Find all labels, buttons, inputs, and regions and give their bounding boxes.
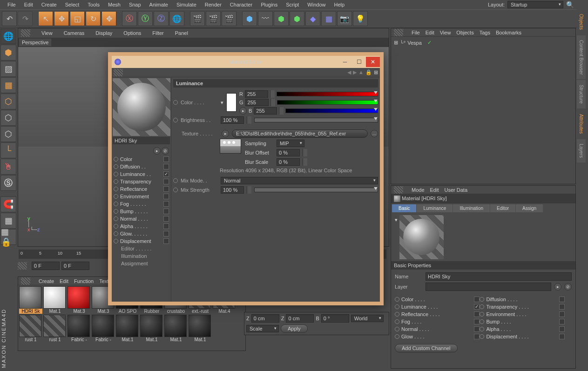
menu-help[interactable]: Help (330, 1, 348, 8)
mat-menu-function[interactable]: Function (74, 278, 94, 284)
b-input[interactable] (254, 107, 277, 115)
add-custom-channel-button[interactable]: Add Custom Channel (395, 344, 458, 352)
mat-menu-text[interactable]: Text (99, 278, 108, 284)
material-thumb[interactable]: Mat.1 (140, 315, 163, 342)
mat-menu-edit[interactable]: Edit (60, 278, 68, 284)
me-channel-transparency[interactable]: Transparency (113, 178, 170, 185)
dock-tab-structure[interactable]: Structure (577, 80, 586, 108)
undo-button[interactable]: ↶ (2, 11, 17, 26)
g-slider[interactable] (277, 100, 378, 105)
render-picture-button[interactable]: 🎬 (206, 11, 221, 26)
me-channel-environment[interactable]: Environment (113, 193, 170, 200)
channel-glow[interactable]: Glow . . . . (395, 333, 480, 340)
r-slider[interactable] (277, 92, 378, 96)
minimize-button[interactable]: ─ (338, 57, 352, 67)
attr-menu-user-data[interactable]: User Data (445, 187, 468, 193)
attr-menu-edit[interactable]: Edit (430, 187, 439, 193)
me-channel-bump[interactable]: Bump . . . . . (113, 208, 170, 215)
channel-transparency[interactable]: Transparency . . . . (480, 303, 564, 310)
b-slider[interactable] (285, 108, 378, 113)
me-channel-fog[interactable]: Fog . . . . . . (113, 200, 170, 208)
menu-character[interactable]: Character (226, 1, 256, 8)
live-select-button[interactable]: ↖ (38, 11, 53, 26)
menu-edit[interactable]: Edit (20, 1, 37, 8)
channel-environment[interactable]: Environment . . . . (480, 310, 564, 318)
collapse-icon[interactable]: ▾ (395, 217, 398, 223)
search-icon[interactable]: 🔍 (566, 1, 574, 8)
lock-icon[interactable]: 🔒 (365, 69, 372, 75)
move-button[interactable]: ✥ (54, 11, 69, 26)
channel-luminance[interactable]: Luminance . . . . (395, 303, 480, 310)
tab-basic[interactable]: Basic (392, 204, 416, 212)
tab-luminance[interactable]: Luminance (417, 204, 453, 212)
g-input[interactable] (245, 99, 269, 106)
channel-fog[interactable]: Fog . . . . (395, 318, 480, 325)
brightness-input[interactable] (221, 116, 244, 124)
x-axis-button[interactable]: Ⓧ (122, 11, 137, 26)
spline-button[interactable]: 〰 (258, 11, 273, 26)
obj-menu-bookmarks[interactable]: Bookmarks (496, 30, 521, 35)
rotate-button[interactable]: ↻ (86, 11, 101, 26)
mixmode-dropdown[interactable]: Normal (221, 177, 378, 184)
channel-bump[interactable]: Bump . . . . (480, 318, 564, 325)
mixstrength-input[interactable] (221, 186, 244, 194)
vp-menu-view[interactable]: View (39, 29, 55, 37)
dock-tab-layers[interactable]: Layers (577, 139, 586, 162)
environment-button[interactable]: ▦ (321, 11, 336, 26)
attr-menu-mode[interactable]: Mode (412, 187, 425, 193)
edges-mode-button[interactable]: ⬡ (0, 110, 16, 126)
obj-menu-edit[interactable]: Edit (426, 30, 434, 35)
menu-animate[interactable]: Animate (146, 1, 172, 8)
me-channel-color[interactable]: Color (113, 155, 170, 163)
recent-tool-button[interactable]: ✥ (101, 11, 116, 26)
scale-dropdown[interactable]: Scale (246, 325, 279, 332)
tab-editor[interactable]: Editor (490, 204, 515, 212)
material-thumb[interactable]: Mat.1 (43, 286, 67, 314)
material-thumb[interactable]: Mat.1 (116, 315, 139, 342)
globe-icon[interactable]: 🌐 (0, 28, 16, 44)
material-thumb[interactable]: Fabric - (68, 315, 91, 342)
maximize-button[interactable]: ☐ (352, 57, 366, 67)
apply-button[interactable]: Apply (281, 324, 308, 333)
camera-button[interactable]: 📷 (337, 11, 352, 26)
brightness-slider[interactable] (254, 118, 378, 122)
coord-system-button[interactable]: 🌐 (169, 11, 184, 26)
material-thumb[interactable]: Mat.3 (68, 286, 91, 314)
y-axis-button[interactable]: Ⓨ (138, 11, 153, 26)
nav-fwd-icon[interactable]: ▶ (353, 69, 357, 75)
texture-path[interactable]: E:\3D\sIBLedit\hdre\hdre_055\hdre_055_Re… (232, 129, 368, 138)
generator-button[interactable]: ⬢ (290, 11, 304, 26)
me-subitem[interactable]: Editor . . . . . . (121, 245, 170, 252)
me-channel-alpha[interactable]: Alpha . . . . . (113, 223, 170, 230)
dock-tab-attributes[interactable]: Attributes (577, 109, 586, 138)
color-swatch[interactable] (226, 93, 237, 112)
dock-tab-content-browser[interactable]: Content Browser (577, 35, 586, 79)
magnet-button[interactable]: 🧲 (0, 196, 16, 212)
channel-normal[interactable]: Normal . . . . (395, 325, 480, 333)
menu-mesh[interactable]: Mesh (104, 1, 124, 8)
texture-mode-button[interactable]: ▨ (0, 61, 16, 77)
dock-tab-objects[interactable]: Objects (577, 9, 586, 34)
coord-z1-input[interactable] (251, 314, 279, 323)
obj-menu-view[interactable]: View (440, 30, 451, 35)
frame-start-input[interactable] (32, 262, 60, 270)
points-mode-button[interactable]: ⬡ (0, 94, 16, 109)
blur-scale-input[interactable] (277, 158, 300, 166)
me-channel-glow[interactable]: Glow. . . . . . (113, 230, 170, 237)
material-thumb[interactable]: Fabric - (92, 315, 115, 342)
z-axis-button[interactable]: Ⓩ (154, 11, 169, 26)
cube-button[interactable]: ⬢ (242, 11, 257, 26)
mouse-button[interactable]: 🖱 (0, 159, 16, 175)
mat-menu-create[interactable]: Create (39, 278, 54, 284)
expand-color-icon[interactable]: ▾ (221, 100, 223, 106)
menu-render[interactable]: Render (201, 1, 225, 8)
light-button[interactable]: 💡 (353, 11, 368, 26)
channel-displacement[interactable]: Displacement . . . . (480, 333, 564, 340)
mixstrength-slider[interactable] (254, 188, 378, 192)
layout-dropdown[interactable]: Startup (507, 1, 563, 8)
subdiv-button[interactable]: ⬢ (274, 11, 289, 26)
material-thumb[interactable]: Mat.1 (164, 315, 188, 342)
me-channel-luminance[interactable]: Luminance . . (113, 170, 170, 178)
coord-z2-input[interactable] (286, 314, 314, 323)
channel-reflectance[interactable]: Reflectance . . . . (395, 310, 480, 318)
